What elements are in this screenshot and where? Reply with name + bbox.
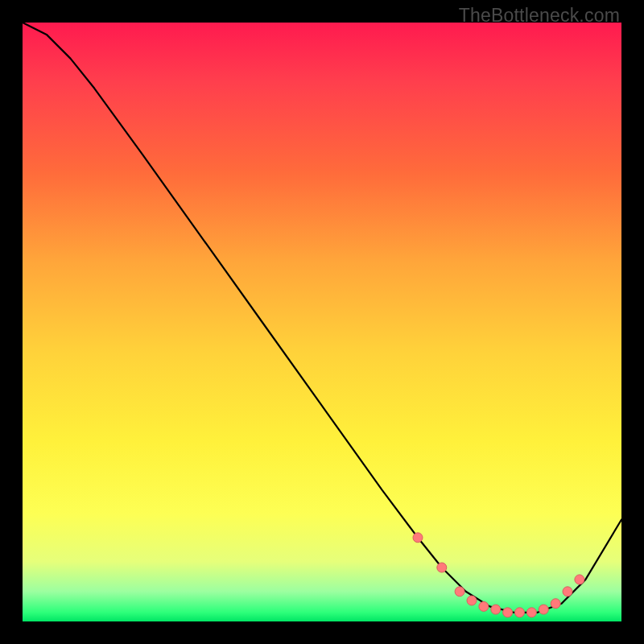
marker-dot	[575, 575, 584, 584]
chart-svg	[23, 23, 621, 621]
chart-frame: TheBottleneck.com	[0, 0, 644, 644]
marker-dot	[479, 601, 489, 611]
marker-dot	[551, 599, 560, 609]
marker-dot	[467, 596, 477, 605]
marker-group	[413, 533, 584, 617]
marker-dot	[455, 587, 464, 597]
marker-dot	[515, 608, 525, 617]
curve-path	[23, 23, 621, 613]
marker-dot	[563, 587, 572, 597]
marker-dot	[491, 605, 501, 614]
marker-dot	[539, 605, 548, 614]
marker-dot	[437, 563, 447, 572]
marker-dot	[413, 533, 423, 543]
marker-dot	[503, 608, 513, 617]
marker-dot	[526, 608, 536, 617]
chart-plot-area	[23, 23, 621, 621]
watermark-text: TheBottleneck.com	[459, 5, 620, 27]
